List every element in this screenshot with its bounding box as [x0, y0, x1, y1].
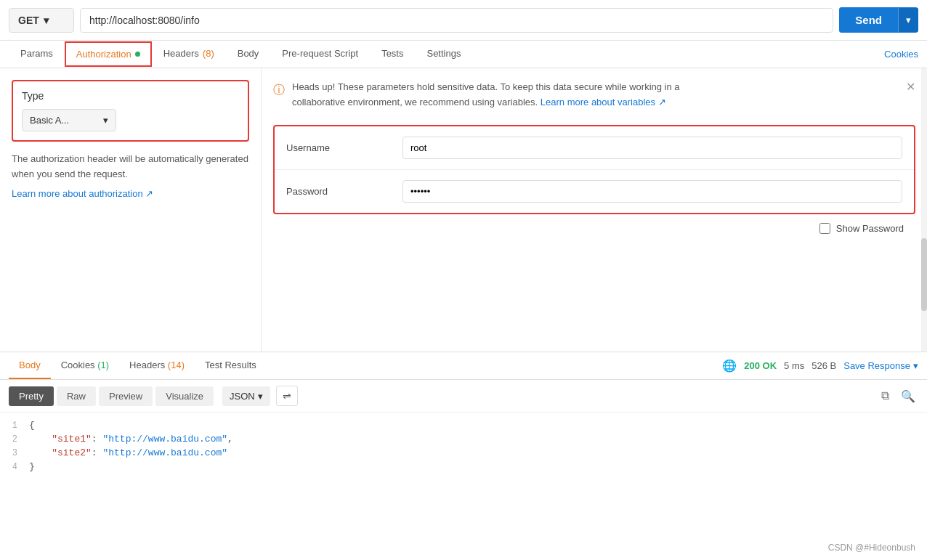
chevron-down-icon: ▾ [44, 15, 65, 26]
view-visualize-button[interactable]: Visualize [155, 386, 214, 406]
code-line-1: 1 { [0, 418, 927, 432]
tab-test-results[interactable]: Test Results [195, 352, 267, 379]
scrollbar[interactable] [921, 68, 927, 352]
left-panel: Type Basic A... ▾ The authorization head… [0, 68, 262, 352]
auth-active-dot [135, 52, 140, 57]
learn-more-link[interactable]: Learn more about authorization ↗ [12, 188, 249, 199]
method-value: GET [18, 15, 39, 26]
cookies-link[interactable]: Cookies [884, 49, 918, 60]
method-dropdown[interactable]: GET ▾ [9, 8, 74, 33]
username-row: Username [275, 126, 914, 170]
view-preview-button[interactable]: Preview [99, 386, 153, 406]
format-dropdown[interactable]: JSON ▾ [222, 386, 270, 406]
right-panel-wrapper: ⓘ Heads up! These parameters hold sensit… [262, 68, 927, 352]
code-line-3: 3 "site2": "http://www.baidu.com" [0, 446, 927, 460]
username-input[interactable] [402, 137, 902, 159]
response-size: 526 B [811, 360, 836, 371]
copy-button[interactable]: ⧉ [878, 386, 892, 406]
toolbar-right: ⧉ 🔍 [878, 386, 918, 406]
tab-authorization[interactable]: Authorization [65, 41, 152, 67]
code-line-2: 2 "site1": "http://www.baidu.com", [0, 432, 927, 446]
bottom-area: Body Cookies (1) Headers (14) Test Resul… [0, 352, 927, 479]
type-selected-value: Basic A... [30, 115, 69, 126]
tab-tests[interactable]: Tests [370, 41, 415, 68]
tab-response-body[interactable]: Body [9, 352, 51, 379]
status-badge: 200 OK [744, 360, 777, 371]
main-content: Type Basic A... ▾ The authorization head… [0, 68, 927, 352]
code-area: 1 { 2 "site1": "http://www.baidu.com", 3… [0, 413, 927, 479]
save-response-button[interactable]: Save Response ▾ [843, 360, 918, 371]
save-response-chevron: ▾ [913, 360, 918, 371]
right-panel: ⓘ Heads up! These parameters hold sensit… [262, 68, 927, 248]
request-tabs: Params Authorization Headers (8) Body Pr… [0, 41, 927, 68]
alert-icon: ⓘ [273, 81, 285, 100]
tab-response-cookies[interactable]: Cookies (1) [51, 352, 119, 379]
send-btn-group: Send ▾ [839, 7, 918, 33]
tab-pre-request-script[interactable]: Pre-request Script [270, 41, 370, 68]
format-chevron-icon: ▾ [258, 391, 263, 402]
username-label: Username [286, 142, 402, 153]
type-chevron-icon: ▾ [103, 115, 108, 126]
url-input[interactable] [80, 8, 833, 33]
password-label: Password [286, 186, 402, 197]
watermark: CSDN @#Hideonbush [828, 543, 915, 553]
auth-description: The authorization header will be automat… [12, 152, 249, 182]
password-row: Password [275, 170, 914, 213]
alert-box: ⓘ Heads up! These parameters hold sensit… [273, 80, 915, 110]
search-button[interactable]: 🔍 [898, 386, 918, 406]
show-password-label[interactable]: Show Password [836, 223, 904, 234]
show-password-row: Show Password [273, 214, 915, 237]
response-toolbar: Pretty Raw Preview Visualize JSON ▾ ⇌ ⧉ … [0, 380, 927, 413]
tab-settings[interactable]: Settings [415, 41, 472, 68]
top-bar: GET ▾ Send ▾ [0, 0, 927, 41]
type-section: Type Basic A... ▾ [12, 80, 249, 142]
tab-headers[interactable]: Headers (8) [152, 41, 226, 68]
wrap-button[interactable]: ⇌ [276, 386, 298, 406]
password-input[interactable] [402, 180, 902, 203]
tab-response-headers[interactable]: Headers (14) [119, 352, 195, 379]
send-dropdown-arrow[interactable]: ▾ [898, 8, 918, 32]
view-raw-button[interactable]: Raw [57, 386, 96, 406]
show-password-checkbox[interactable] [819, 223, 830, 234]
alert-close-button[interactable]: ✕ [906, 80, 915, 94]
code-line-4: 4 } [0, 460, 927, 474]
tab-body[interactable]: Body [226, 41, 271, 68]
view-pretty-button[interactable]: Pretty [9, 386, 54, 406]
tab-params[interactable]: Params [9, 41, 65, 68]
response-time: 5 ms [784, 360, 804, 371]
credentials-box: Username Password [273, 125, 915, 214]
send-button[interactable]: Send [839, 7, 898, 33]
response-tabs: Body Cookies (1) Headers (14) Test Resul… [0, 352, 927, 380]
status-row: 🌐 200 OK 5 ms 526 B Save Response ▾ [722, 359, 918, 373]
scrollbar-thumb [921, 238, 927, 311]
type-dropdown[interactable]: Basic A... ▾ [22, 109, 116, 131]
globe-icon: 🌐 [722, 359, 737, 373]
alert-learn-link[interactable]: Learn more about variables ↗ [541, 97, 666, 107]
type-label: Type [22, 90, 239, 102]
wrap-icon: ⇌ [283, 390, 291, 402]
alert-text: Heads up! These parameters hold sensitiv… [292, 80, 680, 110]
